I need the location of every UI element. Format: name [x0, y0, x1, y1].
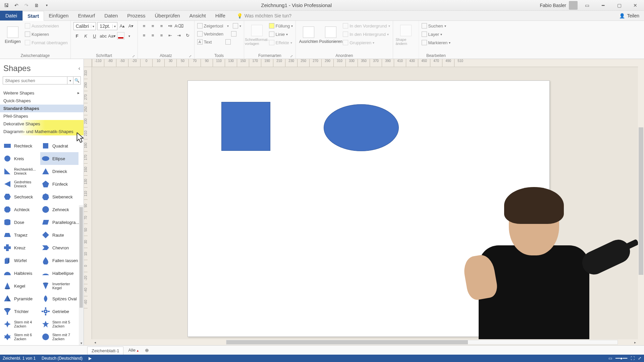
- font-color-icon[interactable]: [117, 32, 124, 40]
- shape-funnel[interactable]: Trichter: [2, 305, 40, 318]
- shape-heptagon[interactable]: Siebeneck: [40, 190, 78, 203]
- shape-star-4[interactable]: Stern mit 4 Zacken: [2, 318, 40, 330]
- tab-start[interactable]: Start: [22, 11, 44, 21]
- line-button[interactable]: Linie ▾: [269, 31, 293, 38]
- shape-diamond[interactable]: Raute: [40, 229, 78, 241]
- group-button[interactable]: Gruppieren ▾: [343, 39, 390, 46]
- horizontal-ruler[interactable]: -110-80-50-20010305070901101301501701902…: [92, 59, 638, 67]
- align-bottom-icon[interactable]: ≡: [158, 22, 165, 29]
- copy-button[interactable]: Kopieren: [25, 31, 68, 38]
- shape-parallelogram[interactable]: Parallelogra...: [40, 216, 78, 229]
- search-dropdown-icon[interactable]: ▾: [67, 76, 73, 84]
- canvas-vertical-scrollbar[interactable]: [638, 67, 644, 339]
- shape-octagon[interactable]: Achteck: [2, 203, 40, 216]
- save-icon[interactable]: 🖫: [2, 1, 11, 9]
- shape-right-triangle[interactable]: Rechtwinkli... Dreieck: [2, 165, 40, 178]
- tab-review[interactable]: Überprüfen: [150, 11, 185, 20]
- shape-pyramid[interactable]: Pyramide: [2, 292, 40, 305]
- dialog-launcher-icon[interactable]: ⤢: [189, 54, 192, 58]
- align-button[interactable]: Ausrichten: [299, 22, 319, 48]
- increase-font-icon[interactable]: A▴: [119, 22, 126, 29]
- sheet-tab-1[interactable]: Zeichenblatt-1: [87, 347, 123, 355]
- pointer-tool-button[interactable]: Zeigertool ▾ ▾: [197, 22, 241, 29]
- category-standard-shapes[interactable]: Standard-Shapes: [0, 105, 84, 112]
- shape-triangle[interactable]: Dreieck: [40, 165, 78, 178]
- shape-star-7[interactable]: Stern mit 7 Zacken: [40, 330, 78, 343]
- bold-icon[interactable]: F: [73, 32, 81, 40]
- scrollbar-thumb[interactable]: [79, 207, 83, 308]
- shape-star-6[interactable]: Stern mit 6 Zacken: [2, 330, 40, 343]
- shape-can[interactable]: Dose: [2, 216, 40, 229]
- effects-button[interactable]: Effekte ▾: [269, 39, 293, 46]
- minimize-icon[interactable]: ━: [596, 1, 610, 10]
- tab-file[interactable]: Datei: [0, 11, 22, 20]
- layer-button[interactable]: Layer ▾: [422, 31, 451, 38]
- paste-button[interactable]: Einfügen: [3, 22, 23, 48]
- text-tool-button[interactable]: AText: [197, 38, 231, 46]
- tab-view[interactable]: Ansicht: [185, 11, 211, 20]
- close-icon[interactable]: ✕: [629, 1, 642, 10]
- shape-chevron[interactable]: Chevron: [40, 241, 78, 254]
- vertical-ruler[interactable]: 3102902702502302101901701501301109070503…: [84, 67, 92, 339]
- canvas-ellipse-shape[interactable]: [324, 104, 399, 151]
- format-painter-button[interactable]: Format übertragen: [25, 39, 68, 46]
- bullets-icon[interactable]: •≡: [167, 22, 174, 29]
- shape-pentagon[interactable]: Fünfeck: [40, 178, 78, 190]
- shape-decagon[interactable]: Zehneck: [40, 203, 78, 216]
- rotate-text-icon[interactable]: ↻: [184, 32, 192, 39]
- new-doc-icon[interactable]: 🗎: [32, 1, 41, 9]
- scrollbar-thumb[interactable]: [639, 127, 643, 275]
- shapes-search-input[interactable]: [3, 76, 67, 84]
- shape-gear[interactable]: Getriebe: [40, 305, 78, 318]
- scrollbar-thumb[interactable]: [226, 340, 468, 344]
- redo-icon[interactable]: ↷: [22, 1, 31, 9]
- change-case-icon[interactable]: Aa▾: [108, 32, 116, 40]
- collapse-pane-icon[interactable]: ‹: [78, 65, 80, 71]
- cut-button[interactable]: Ausschneiden: [25, 22, 68, 29]
- connection-point-icon[interactable]: [225, 39, 231, 45]
- shape-semi-ellipse[interactable]: Halbellipse: [40, 267, 78, 280]
- align-left-icon[interactable]: ≡: [141, 32, 148, 39]
- ribbon-display-options-icon[interactable]: ▭: [580, 1, 594, 10]
- shape-trapezoid[interactable]: Trapez: [2, 229, 40, 241]
- tab-design[interactable]: Entwurf: [73, 11, 100, 20]
- quick-styles-button[interactable]: Schnellformat-vorlagen: [247, 22, 267, 48]
- send-back-button[interactable]: In den Hintergrund ▾: [343, 31, 390, 38]
- shape-semicircle[interactable]: Halbkreis: [2, 267, 40, 280]
- tab-process[interactable]: Prozess: [122, 11, 150, 20]
- align-top-icon[interactable]: ≡: [141, 22, 148, 29]
- dialog-launcher-icon[interactable]: ⤢: [132, 54, 135, 58]
- strikethrough-icon[interactable]: abc: [100, 32, 107, 40]
- font-name-combo[interactable]: Calibri▾: [73, 22, 96, 30]
- shape-rotated-triangle[interactable]: Gedrehtes Dreieck: [2, 178, 40, 190]
- shape-cube[interactable]: Würfel: [2, 254, 40, 267]
- scroll-right-icon[interactable]: ▸: [632, 339, 638, 345]
- qat-customize-icon[interactable]: ▾: [42, 1, 51, 9]
- shape-inverted-cone[interactable]: Invertierter Kegel: [40, 280, 78, 292]
- zoom-slider[interactable]: ━━●━━: [615, 356, 627, 361]
- clear-format-icon[interactable]: A⌫: [175, 22, 183, 29]
- undo-icon[interactable]: ↶: [12, 1, 21, 9]
- shape-star-5[interactable]: Stern mit 5 Zacken: [40, 318, 78, 330]
- dialog-launcher-icon[interactable]: ⤢: [290, 54, 293, 58]
- canvas-rectangle-shape[interactable]: [221, 102, 270, 151]
- underline-icon[interactable]: U: [91, 32, 98, 40]
- connector-tool-button[interactable]: Verbinden: [197, 30, 236, 38]
- fit-page-icon[interactable]: ⛶: [631, 356, 635, 361]
- change-shape-button[interactable]: Shape ändern: [396, 22, 416, 48]
- font-color-dropdown-icon[interactable]: ▾: [126, 32, 133, 40]
- shape-circle[interactable]: Kreis: [2, 152, 40, 165]
- category-quick-shapes[interactable]: Quick-Shapes: [0, 97, 84, 105]
- language-indicator[interactable]: Deutsch (Deutschland): [42, 356, 83, 361]
- more-shapes-item[interactable]: Weitere Shapes▸: [0, 89, 84, 97]
- shape-ellipse[interactable]: Ellipse: [40, 152, 78, 165]
- share-button[interactable]: 👤 Teilen: [619, 11, 644, 20]
- shape-pointed-oval[interactable]: Spitzes Oval: [40, 292, 78, 305]
- find-button[interactable]: Suchen ▾: [422, 22, 451, 29]
- align-right-icon[interactable]: ≡: [158, 32, 165, 39]
- category-diagram-math-shapes[interactable]: Diagramm- und Mathematik-Shapes: [0, 128, 84, 135]
- tab-help[interactable]: Hilfe: [211, 11, 230, 20]
- increase-indent-icon[interactable]: ⇥: [175, 32, 183, 39]
- scroll-left-icon[interactable]: ◂: [92, 339, 98, 345]
- tab-insert[interactable]: Einfügen: [44, 11, 73, 20]
